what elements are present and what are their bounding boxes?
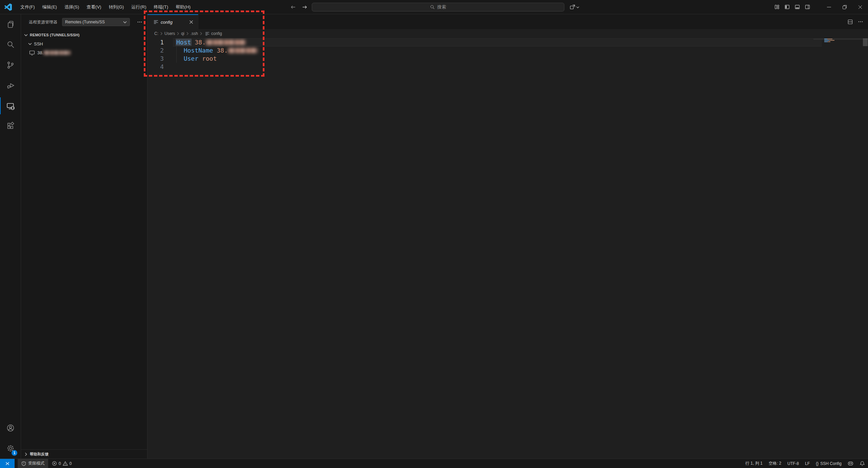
- tree-item-ssh[interactable]: SSH: [21, 39, 147, 48]
- split-editor-icon[interactable]: [847, 19, 853, 25]
- remote-indicator[interactable]: [0, 459, 15, 468]
- chevron-down-icon: [23, 32, 28, 38]
- help-feedback-section[interactable]: 帮助和反馈: [21, 449, 147, 459]
- vscode-window: 文件(F) 编辑(E) 选择(S) 查看(V) 转到(G) 运行(R) 终端(T…: [0, 0, 868, 468]
- chevron-down-icon: [27, 41, 33, 46]
- activity-bar-bottom: 1: [0, 418, 21, 459]
- code-value: root: [202, 55, 217, 62]
- redacted-host-ip: [43, 51, 71, 55]
- line-number: 3: [147, 55, 164, 63]
- search-icon: [430, 5, 435, 9]
- minimap-line: [824, 39, 832, 39]
- menu-help[interactable]: 帮助(H): [172, 2, 194, 12]
- multi-window-icon[interactable]: [570, 4, 579, 10]
- nav-forward-icon[interactable]: [300, 3, 309, 12]
- code-line-4: 4: [147, 63, 868, 71]
- vm-monitor-icon: [29, 50, 35, 56]
- line-number: 1: [147, 38, 164, 46]
- chevron-down-icon: [123, 20, 127, 24]
- minimize-button[interactable]: [821, 0, 837, 14]
- cursor-position[interactable]: 行 1, 列 1: [742, 459, 766, 468]
- braces-icon: {}: [816, 461, 818, 466]
- tab-label: config: [161, 20, 173, 25]
- code-line-1: 1 Host 38.: [147, 38, 868, 46]
- breadcrumb-ssh-dir[interactable]: .ssh: [191, 31, 198, 36]
- code-keyword: HostName: [184, 47, 213, 54]
- problems-indicator[interactable]: 0 0: [48, 459, 75, 468]
- remote-explorer-sidebar: 远程资源管理器 Remotes (Tunnels/SS REMOTES (TUN: [21, 14, 147, 459]
- more-actions-icon[interactable]: [858, 19, 863, 24]
- explorer-icon[interactable]: [0, 14, 21, 35]
- search-input[interactable]: 搜索: [312, 3, 565, 12]
- chevron-right-icon: [176, 32, 180, 35]
- config-file-icon: [205, 32, 210, 36]
- vertical-scrollbar[interactable]: [863, 38, 868, 46]
- menu-go[interactable]: 转到(G): [105, 2, 128, 12]
- more-actions-icon[interactable]: [137, 19, 142, 25]
- breadcrumb-user[interactable]: qi: [181, 31, 184, 36]
- tree-item-ssh-host[interactable]: 38.: [21, 48, 147, 57]
- menu-selection[interactable]: 选择(S): [61, 2, 83, 12]
- run-debug-icon[interactable]: [0, 75, 21, 96]
- toggle-panel-icon[interactable]: [792, 2, 802, 12]
- nav-back-icon[interactable]: [289, 3, 298, 12]
- restore-button[interactable]: [837, 0, 852, 14]
- search-view-icon[interactable]: [0, 35, 21, 55]
- tab-bar: config: [147, 14, 868, 29]
- notifications-bell-icon[interactable]: [856, 459, 868, 468]
- minimap-line: [824, 40, 834, 41]
- remotes-tree: REMOTES (TUNNELS/SSH) SSH 38.: [21, 30, 147, 449]
- chevron-right-icon: [160, 32, 163, 35]
- indentation-setting[interactable]: 空格: 2: [766, 459, 784, 468]
- menu-edit[interactable]: 编辑(E): [39, 2, 61, 12]
- copilot-icon[interactable]: [845, 459, 856, 468]
- menu-terminal[interactable]: 终端(T): [150, 2, 172, 12]
- remote-type-dropdown[interactable]: Remotes (Tunnels/SS: [62, 18, 130, 26]
- minimap-line: [824, 41, 830, 42]
- chevron-right-icon: [23, 451, 28, 457]
- breadcrumb-drive[interactable]: C:: [154, 31, 158, 36]
- extensions-icon[interactable]: [0, 116, 21, 136]
- code-value: 38.: [217, 47, 228, 54]
- sidebar-header: 远程资源管理器 Remotes (Tunnels/SS: [21, 14, 147, 30]
- eol-setting[interactable]: LF: [802, 459, 813, 468]
- chevron-right-icon: [186, 32, 189, 35]
- code-keyword: Host: [176, 39, 192, 46]
- encoding-setting[interactable]: UTF-8: [784, 459, 802, 468]
- customize-layout-icon[interactable]: [772, 2, 782, 12]
- menu-view[interactable]: 查看(V): [83, 2, 105, 12]
- menu-file[interactable]: 文件(F): [17, 2, 39, 12]
- error-count: 0: [59, 461, 61, 466]
- tree-section-remotes[interactable]: REMOTES (TUNNELS/SSH): [21, 31, 147, 39]
- breadcrumb-file[interactable]: config: [205, 31, 222, 36]
- toggle-primary-sidebar-icon[interactable]: [782, 2, 792, 12]
- window-controls: [821, 0, 868, 14]
- menu-run[interactable]: 运行(R): [127, 2, 150, 12]
- restricted-mode-indicator[interactable]: 受限模式: [18, 459, 48, 468]
- menubar: 文件(F) 编辑(E) 选择(S) 查看(V) 转到(G) 运行(R) 终端(T…: [17, 0, 194, 14]
- settings-gear-icon[interactable]: 1: [0, 438, 21, 459]
- activity-bar: 1: [0, 14, 21, 459]
- source-control-icon[interactable]: [0, 55, 21, 75]
- breadcrumb-users[interactable]: Users: [164, 31, 175, 36]
- sidebar-title: 远程资源管理器: [29, 19, 57, 25]
- remote-explorer-icon[interactable]: [0, 96, 21, 116]
- editor-group: config C: Users: [147, 14, 868, 459]
- warning-count: 0: [70, 461, 72, 466]
- command-center: 搜索: [289, 0, 579, 14]
- settings-badge: 1: [12, 450, 17, 456]
- titlebar: 文件(F) 编辑(E) 选择(S) 查看(V) 转到(G) 运行(R) 终端(T…: [0, 0, 868, 14]
- redacted-ip: [206, 40, 246, 45]
- vscode-logo-icon: [4, 3, 12, 11]
- tab-config[interactable]: config: [147, 14, 198, 29]
- code-editor[interactable]: 1 Host 38. 2 HostName 38. 3 User root 4: [147, 38, 868, 459]
- tab-close-icon[interactable]: [188, 19, 195, 25]
- minimap[interactable]: [822, 38, 862, 89]
- error-icon: [52, 461, 57, 466]
- language-mode[interactable]: {} SSH Config: [813, 459, 845, 468]
- shield-icon: [21, 461, 26, 466]
- account-icon[interactable]: [0, 418, 21, 438]
- line-number: 4: [147, 63, 164, 71]
- close-button[interactable]: [852, 0, 868, 14]
- toggle-secondary-sidebar-icon[interactable]: [802, 2, 812, 12]
